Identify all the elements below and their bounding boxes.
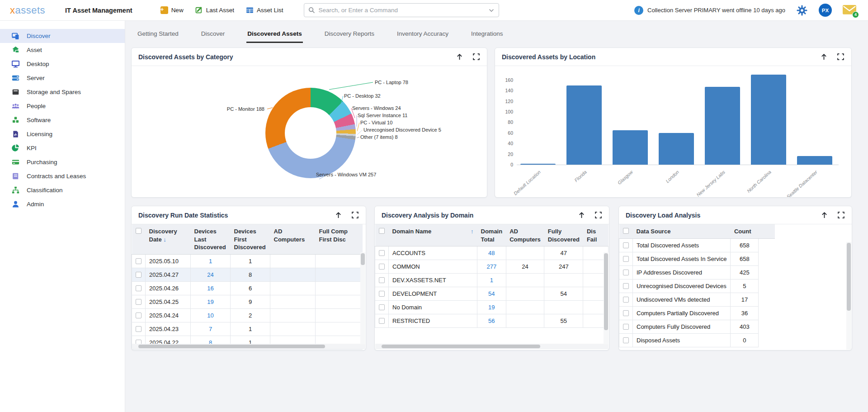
link-cell[interactable]: 56 [477,314,506,328]
sidebar-item-classification[interactable]: Classification [0,183,125,197]
vertical-scrollbar[interactable] [604,252,609,344]
column-header[interactable]: Devices First Discovered [231,224,270,254]
mail-button[interactable]: 4 [843,5,856,16]
column-header[interactable]: Dis Fail [583,224,609,246]
link-cell[interactable]: 10 [191,308,231,322]
donut-label: PC - Desktop 32 [344,93,381,99]
row-checkbox[interactable] [623,324,629,330]
column-header[interactable]: Data Source [633,224,731,238]
row-checkbox[interactable] [379,291,385,297]
horizontal-scrollbar[interactable] [375,344,609,349]
sidebar-item-kpi[interactable]: KPI [0,141,125,155]
link-cell[interactable]: 7 [191,322,231,336]
scrollbar-thumb[interactable] [138,345,325,348]
expand-fullscreen-icon[interactable] [837,211,845,219]
horizontal-scrollbar[interactable] [132,344,365,349]
scrollbar-thumb[interactable] [361,253,365,265]
column-header[interactable]: Devices Last Discovered [191,224,231,254]
avatar[interactable]: PX [819,4,832,17]
row-checkbox[interactable] [623,310,629,316]
column-header[interactable]: Fully Discovered [544,224,583,246]
row-checkbox[interactable] [136,313,142,318]
link-cell[interactable]: 277 [477,260,506,274]
sidebar-item-storage-and-spares[interactable]: Storage and Spares [0,85,125,99]
link-cell[interactable]: 1 [477,274,506,287]
link-cell[interactable]: 19 [477,301,506,314]
column-header[interactable]: Domain Name ↑ [389,224,477,246]
scrollbar-thumb[interactable] [604,253,608,330]
expand-fullscreen-icon[interactable] [472,53,480,61]
search-input[interactable] [318,7,488,14]
row-checkbox[interactable] [623,337,629,343]
export-arrow-up-icon[interactable] [456,53,463,61]
row-checkbox[interactable] [623,283,629,289]
row-checkbox[interactable] [379,250,385,256]
expand-fullscreen-icon[interactable] [351,211,359,219]
link-cell[interactable]: 24 [191,268,231,281]
sidebar-item-asset[interactable]: Asset [0,43,125,57]
sidebar-item-server[interactable]: Server [0,71,125,85]
sidebar-item-desktop[interactable]: Desktop [0,57,125,71]
link-cell[interactable]: 16 [191,281,231,295]
link-cell[interactable]: 1 [191,254,231,268]
row-checkbox[interactable] [379,277,385,283]
row-checkbox[interactable] [136,299,142,305]
tab-discovery-reports[interactable]: Discovery Reports [324,27,375,43]
select-all-checkbox[interactable] [136,228,142,234]
select-all-checkbox[interactable] [623,228,629,234]
sidebar-item-purchasing[interactable]: Purchasing [0,155,125,169]
sidebar-item-people[interactable]: People [0,99,125,113]
sidebar-item-admin[interactable]: Admin [0,197,125,211]
edit-icon [195,6,203,14]
column-header[interactable]: AD Computers [506,224,544,246]
asset-list-button[interactable]: Asset List [246,6,283,14]
column-header[interactable]: Full Comp First Disc [316,224,363,254]
link-cell[interactable]: 19 [191,295,231,308]
export-arrow-up-icon[interactable] [335,211,342,219]
scrollbar-thumb[interactable] [847,243,851,311]
notification[interactable]: i Collection Server PRIMARY went offline… [634,6,785,15]
row-checkbox[interactable] [379,304,385,310]
column-header[interactable]: Discovery Date ↓ [146,224,191,254]
tab-inventory-accuracy[interactable]: Inventory Accuracy [396,27,449,43]
tab-discovered-assets[interactable]: Discovered Assets [246,27,302,43]
tab-discover[interactable]: Discover [200,27,226,43]
row-checkbox[interactable] [379,264,385,270]
scrollbar-thumb[interactable] [382,345,540,348]
sidebar-item-software[interactable]: Software [0,113,125,127]
expand-fullscreen-icon[interactable] [837,53,844,61]
link-cell[interactable]: 54 [477,287,506,301]
row-checkbox[interactable] [623,297,629,303]
link-cell[interactable]: 48 [477,246,506,260]
column-header[interactable]: Domain Total [477,224,506,246]
sidebar-item-licensing[interactable]: Licensing [0,127,125,141]
export-arrow-up-icon[interactable] [578,211,585,219]
expand-fullscreen-icon[interactable] [594,211,602,219]
export-arrow-up-icon[interactable] [821,211,828,219]
row-checkbox[interactable] [379,318,385,324]
row-checkbox[interactable] [623,270,629,275]
chevron-down-icon[interactable] [488,7,495,14]
search-box[interactable] [304,3,499,17]
tab-integrations[interactable]: Integrations [470,27,504,43]
row-checkbox[interactable] [136,326,142,332]
last-asset-button[interactable]: Last Asset [195,6,234,14]
row-checkbox[interactable] [136,285,142,291]
row-checkbox[interactable] [136,258,142,264]
sidebar-item-contracts-and-leases[interactable]: Contracts and Leases [0,169,125,183]
new-button[interactable]: +New [160,6,184,14]
select-all-checkbox[interactable] [379,228,385,234]
column-header[interactable]: AD Computers [270,224,316,254]
column-header[interactable]: Count [731,224,759,238]
row-checkbox[interactable] [623,242,629,248]
sidebar-item-discover[interactable]: Discover [0,29,125,43]
cell [506,287,544,301]
panel-title: Discovery Analysis by Domain [382,212,473,219]
row-checkbox[interactable] [136,272,142,278]
gear-icon[interactable] [796,5,808,16]
vertical-scrollbar[interactable] [360,252,365,344]
tab-getting-started[interactable]: Getting Started [137,27,179,43]
export-arrow-up-icon[interactable] [820,53,828,61]
row-checkbox[interactable] [623,256,629,262]
vertical-scrollbar[interactable] [846,242,851,350]
